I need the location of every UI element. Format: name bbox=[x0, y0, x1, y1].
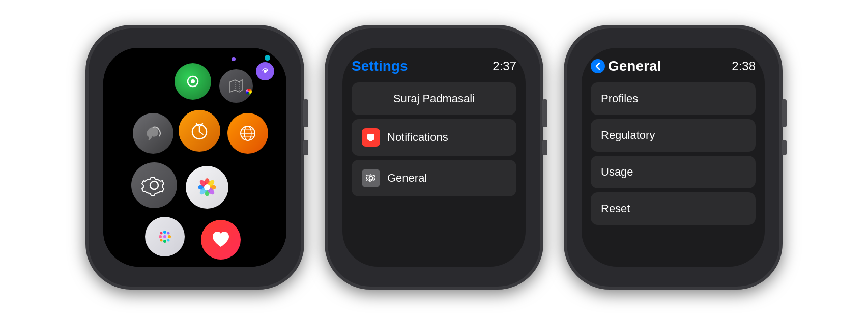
health-icon[interactable] bbox=[201, 220, 241, 260]
notifications-icon bbox=[362, 128, 380, 147]
general-item-profiles[interactable]: Profiles bbox=[591, 82, 756, 115]
rainbow-dot bbox=[246, 89, 252, 95]
settings-list: Suraj Padmasali Notifications bbox=[352, 82, 516, 196]
settings-item-profile[interactable]: Suraj Padmasali bbox=[352, 82, 516, 115]
globe-icon[interactable] bbox=[227, 113, 268, 154]
general-text: General bbox=[387, 172, 427, 185]
general-screen: General 2:38 Profiles Regulatory Usage R… bbox=[582, 48, 765, 267]
svg-point-13 bbox=[150, 181, 158, 189]
profiles-text: Profiles bbox=[601, 92, 638, 105]
general-item-usage[interactable]: Usage bbox=[591, 156, 756, 188]
watch-3-screen: General 2:38 Profiles Regulatory Usage R… bbox=[582, 48, 765, 267]
maps-icon[interactable] bbox=[219, 69, 253, 103]
svg-point-25 bbox=[168, 235, 171, 238]
general-icon bbox=[362, 169, 380, 187]
status-indicator bbox=[265, 55, 270, 61]
settings-time: 2:37 bbox=[493, 59, 516, 73]
back-chevron-icon bbox=[591, 59, 605, 73]
settings-screen: Settings 2:37 Suraj Padmasali Notif bbox=[342, 48, 526, 267]
watch-1-screen bbox=[103, 48, 286, 267]
svg-marker-2 bbox=[230, 80, 242, 92]
watch-3: General 2:38 Profiles Regulatory Usage R… bbox=[564, 25, 783, 290]
podcast-dot bbox=[232, 57, 236, 61]
watch-2: Settings 2:37 Suraj Padmasali Notif bbox=[325, 25, 543, 290]
svg-point-31 bbox=[167, 239, 170, 241]
watch-2-screen: Settings 2:37 Suraj Padmasali Notif bbox=[342, 48, 526, 267]
general-title: General bbox=[608, 58, 661, 74]
app-grid-container bbox=[103, 48, 286, 267]
svg-rect-36 bbox=[369, 140, 372, 141]
settings-title: Settings bbox=[352, 58, 408, 74]
svg-point-28 bbox=[160, 232, 163, 234]
general-item-reset[interactable]: Reset bbox=[591, 192, 756, 225]
podcasts-icon[interactable] bbox=[256, 62, 274, 80]
settings-header: Settings 2:37 bbox=[352, 58, 516, 74]
reset-text: Reset bbox=[601, 202, 630, 215]
messages-icon[interactable] bbox=[133, 113, 173, 154]
watch-1 bbox=[85, 25, 304, 290]
svg-point-27 bbox=[163, 240, 166, 243]
app-grid bbox=[103, 48, 286, 267]
general-header: General 2:38 bbox=[591, 58, 756, 74]
profile-name-text: Suraj Padmasali bbox=[393, 92, 475, 105]
settings-item-general[interactable]: General bbox=[352, 160, 516, 196]
svg-point-22 bbox=[204, 184, 210, 190]
back-button[interactable]: General bbox=[591, 58, 661, 74]
svg-point-37 bbox=[369, 176, 373, 180]
svg-point-1 bbox=[191, 79, 195, 83]
svg-point-26 bbox=[163, 231, 166, 234]
settings-item-notifications[interactable]: Notifications bbox=[352, 119, 516, 156]
find-my-icon[interactable] bbox=[175, 63, 211, 100]
watch-faces-icon[interactable] bbox=[145, 217, 185, 256]
clock-icon[interactable] bbox=[179, 110, 220, 152]
svg-point-30 bbox=[160, 239, 163, 241]
general-item-regulatory[interactable]: Regulatory bbox=[591, 119, 756, 152]
svg-point-24 bbox=[159, 235, 162, 238]
svg-line-5 bbox=[199, 132, 203, 134]
regulatory-text: Regulatory bbox=[601, 129, 655, 142]
svg-point-29 bbox=[167, 232, 170, 234]
photos-icon[interactable] bbox=[186, 166, 228, 209]
general-time: 2:38 bbox=[732, 59, 756, 73]
notifications-text: Notifications bbox=[387, 131, 448, 144]
svg-point-34 bbox=[264, 70, 267, 73]
svg-rect-35 bbox=[367, 134, 374, 140]
general-list: Profiles Regulatory Usage Reset bbox=[591, 82, 756, 225]
svg-point-23 bbox=[163, 235, 166, 238]
usage-text: Usage bbox=[601, 165, 633, 179]
settings-icon[interactable] bbox=[131, 162, 177, 208]
